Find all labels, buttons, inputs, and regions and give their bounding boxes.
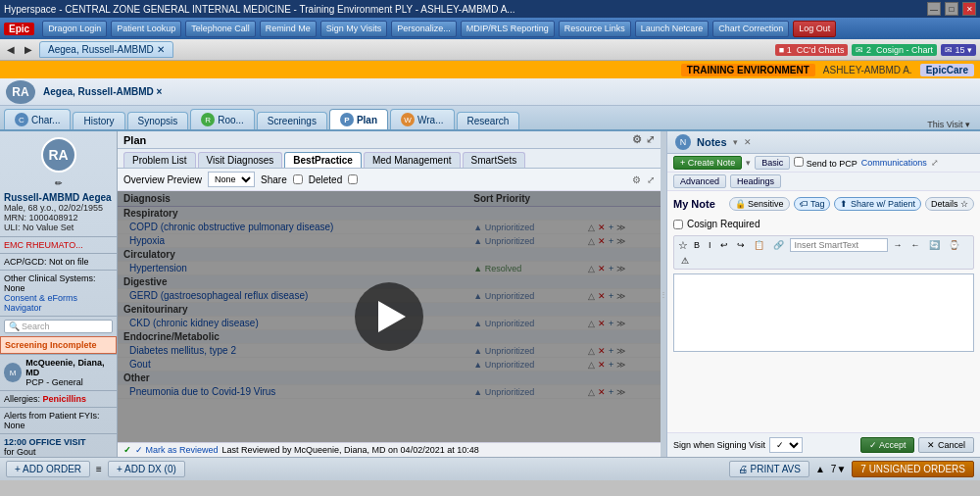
tab-plan[interactable]: P Plan: [329, 109, 388, 129]
dx-add-icon[interactable]: +: [609, 387, 613, 397]
telephone-call-btn[interactable]: Telephone Call: [185, 21, 256, 37]
table-row[interactable]: Gout ▲ Unprioritized △✕+≫: [118, 358, 661, 372]
unsigned-count[interactable]: 7▼: [831, 464, 846, 474]
dx-up-icon[interactable]: △: [588, 264, 595, 273]
consent-link[interactable]: Consent & eForms Navigator: [4, 293, 113, 313]
table-row[interactable]: Hypertension ▲ Resolved △✕+≫: [118, 262, 661, 275]
dropdown-arrow[interactable]: ▾: [746, 158, 751, 168]
dx-double-icon[interactable]: ≫: [616, 223, 625, 232]
this-visit-btn[interactable]: This Visit ▾: [921, 120, 976, 129]
tab-chart[interactable]: C Char...: [4, 109, 71, 129]
format-arrow-right[interactable]: →: [891, 239, 906, 251]
personalize-btn[interactable]: Personalize...: [391, 21, 457, 37]
dx-add-icon[interactable]: +: [609, 346, 613, 356]
dx-remove-icon[interactable]: ✕: [598, 360, 606, 370]
dx-remove-icon[interactable]: ✕: [598, 346, 606, 356]
epiccare-btn[interactable]: EpicCare: [920, 64, 974, 76]
share-patient-tag[interactable]: ⬆ Share w/ Patient: [834, 197, 921, 211]
alert-btn[interactable]: ⚠: [678, 255, 692, 267]
ccd-charts-btn[interactable]: ■ 1 CC'd Charts: [775, 44, 849, 56]
copy-btn[interactable]: 📋: [751, 239, 767, 251]
patient-lookup-btn[interactable]: Patient Lookup: [111, 21, 181, 37]
dx-up-icon[interactable]: △: [588, 319, 595, 328]
dx-double-icon[interactable]: ≫: [616, 319, 625, 328]
dx-double-icon[interactable]: ≫: [616, 346, 625, 356]
dx-add-icon[interactable]: +: [609, 319, 613, 328]
dx-add-icon[interactable]: +: [609, 291, 613, 301]
basic-btn[interactable]: Basic: [755, 156, 790, 170]
note-editor[interactable]: [673, 273, 974, 352]
link-btn[interactable]: 🔗: [770, 239, 787, 251]
italic-btn[interactable]: I: [706, 239, 714, 251]
subtab-visit-diagnoses[interactable]: Visit Diagnoses: [198, 152, 283, 168]
close-btn[interactable]: ✕: [962, 2, 976, 16]
notes-close-icon[interactable]: ✕: [744, 137, 752, 147]
chart-correction-btn[interactable]: Chart Correction: [712, 21, 789, 37]
dragon-login-btn[interactable]: Dragon Login: [42, 21, 107, 37]
dx-up-icon[interactable]: △: [588, 346, 595, 356]
details-tag[interactable]: Details ☆: [925, 197, 974, 211]
accept-btn[interactable]: ✓ Accept: [860, 437, 915, 453]
messages-btn[interactable]: ✉ 15 ▾: [941, 44, 976, 56]
dx-double-icon[interactable]: ≫: [616, 236, 625, 246]
tab-rooming[interactable]: R Roo...: [190, 109, 255, 129]
dx-double-icon[interactable]: ≫: [616, 264, 625, 273]
dx-add-icon[interactable]: +: [609, 360, 613, 370]
dx-add-icon[interactable]: +: [609, 236, 613, 246]
table-row[interactable]: Hypoxia ▲ Unprioritized △✕+≫: [118, 234, 661, 248]
patient-tab[interactable]: Aegea, Russell-AMBMD ✕: [39, 41, 173, 58]
window-controls[interactable]: — □ ✕: [927, 2, 976, 16]
subtab-med-management[interactable]: Med Management: [364, 152, 461, 168]
notes-dropdown-icon[interactable]: ▾: [733, 137, 738, 147]
dx-add-icon[interactable]: +: [609, 223, 613, 232]
maximize-btn[interactable]: □: [945, 2, 958, 16]
sign-my-visits-btn[interactable]: Sign My Visits: [320, 21, 387, 37]
undo-btn[interactable]: ↩: [717, 239, 731, 251]
send-to-pcp-checkbox[interactable]: [794, 157, 804, 167]
dx-double-icon[interactable]: ≫: [616, 291, 625, 301]
remind-me-btn[interactable]: Remind Me: [260, 21, 317, 37]
dx-remove-icon[interactable]: ✕: [598, 236, 606, 246]
toolbar-settings-icon[interactable]: ⚙: [632, 174, 641, 185]
refresh-btn[interactable]: 🔄: [926, 239, 943, 251]
dx-up-icon[interactable]: △: [588, 387, 595, 397]
dx-double-icon[interactable]: ≫: [616, 387, 625, 397]
subtab-problem-list[interactable]: Problem List: [123, 152, 196, 168]
communications-link[interactable]: Communications: [861, 158, 927, 168]
mdip-btn[interactable]: MDIP/RLS Reporting: [461, 21, 555, 37]
tab-wrapping[interactable]: W Wra...: [390, 109, 454, 129]
dx-double-icon[interactable]: ≫: [616, 360, 625, 370]
table-row[interactable]: COPD (chronic obstructive pulmonary dise…: [118, 221, 661, 234]
headings-btn[interactable]: Headings: [730, 174, 781, 188]
share-checkbox[interactable]: [293, 174, 303, 184]
toolbar-expand-icon[interactable]: ⤢: [647, 174, 655, 185]
search-box[interactable]: 🔍 Search: [4, 320, 113, 333]
dx-remove-icon[interactable]: ✕: [598, 387, 606, 397]
play-button[interactable]: [355, 282, 423, 351]
dx-up-icon[interactable]: △: [588, 291, 595, 301]
bold-btn[interactable]: B: [691, 239, 703, 251]
dx-remove-icon[interactable]: ✕: [598, 319, 606, 328]
dx-remove-icon[interactable]: ✕: [598, 223, 606, 232]
redo-btn[interactable]: ↪: [734, 239, 748, 251]
dx-add-icon[interactable]: +: [609, 264, 613, 273]
tab-history[interactable]: History: [73, 112, 124, 129]
format-arrow-left[interactable]: ←: [908, 239, 923, 251]
create-note-btn[interactable]: + Create Note: [673, 156, 742, 170]
dx-remove-icon[interactable]: ✕: [598, 291, 606, 301]
time-btn[interactable]: ⌚: [946, 239, 962, 251]
emc-link[interactable]: EMC RHEUMATO...: [4, 240, 113, 250]
dx-up-icon[interactable]: △: [588, 360, 595, 370]
logout-btn[interactable]: Log Out: [793, 21, 836, 37]
forward-btn[interactable]: ▶: [22, 43, 35, 56]
order-list-icon[interactable]: ≡: [96, 464, 102, 474]
smarttext-input[interactable]: [790, 238, 888, 252]
expand-icon[interactable]: ⤢: [931, 158, 939, 168]
deleted-checkbox[interactable]: [348, 174, 358, 184]
print-avs-btn[interactable]: 🖨 PRINT AVS: [729, 461, 809, 477]
add-order-btn[interactable]: + ADD ORDER: [6, 461, 90, 477]
cosign-checkbox[interactable]: [673, 220, 683, 229]
plan-expand-icon[interactable]: ⤢: [646, 133, 655, 146]
back-btn[interactable]: ◀: [4, 43, 18, 56]
dx-remove-icon[interactable]: ✕: [598, 264, 606, 273]
